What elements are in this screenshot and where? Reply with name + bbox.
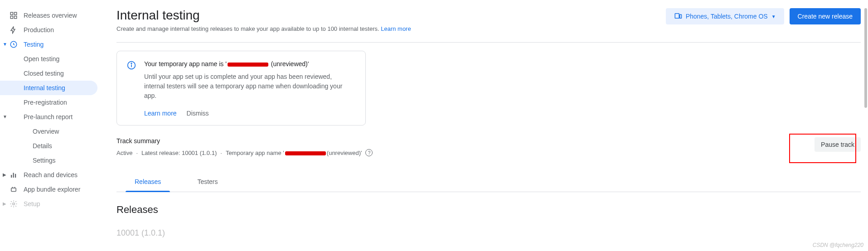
sidebar-item-reach-devices[interactable]: Reach and devices (0, 168, 97, 182)
sidebar-item-label: Internal testing (24, 84, 65, 92)
pause-track-button[interactable]: Pause track (815, 137, 861, 152)
help-icon[interactable]: ? (365, 149, 373, 156)
page-subtitle: Create and manage internal testing relea… (116, 25, 411, 32)
redacted-text (228, 63, 268, 67)
track-latest: Latest release: 10001 (1.0.1) (141, 150, 217, 156)
devices-icon (674, 12, 682, 21)
svg-rect-11 (679, 14, 681, 18)
bars-icon (9, 170, 18, 179)
release-version: 10001 (1.0.1) (116, 228, 861, 238)
sidebar-item-label: Settings (33, 157, 56, 164)
flask-icon (9, 40, 18, 49)
chevron-down-icon: ▼ (3, 42, 7, 47)
sidebar-item-prelaunch[interactable]: Pre-launch report (0, 110, 97, 124)
svg-rect-6 (13, 173, 14, 178)
sidebar-item-internal-testing[interactable]: Internal testing (0, 81, 97, 95)
info-body: Until your app set up is complete and yo… (144, 72, 344, 101)
svg-rect-5 (11, 175, 12, 178)
sidebar-item-label: Pre-launch report (24, 113, 73, 121)
chevron-right-icon: ▶ (3, 201, 6, 206)
sidebar-item-label: Setup (24, 200, 40, 208)
main-content: Internal testing Create and manage inter… (102, 0, 868, 251)
sidebar-item-closed-testing[interactable]: Closed testing (0, 66, 97, 81)
sidebar-item-settings[interactable]: Settings (0, 153, 97, 168)
sidebar-item-details[interactable]: Details (0, 139, 97, 153)
sidebar-item-overview[interactable]: Overview (0, 124, 97, 139)
info-learn-more-button[interactable]: Learn more (144, 110, 177, 117)
info-dismiss-button[interactable]: Dismiss (187, 110, 209, 117)
svg-rect-0 (10, 12, 13, 14)
android-icon (9, 185, 18, 194)
sidebar-item-testing[interactable]: Testing (0, 37, 97, 52)
sidebar-item-label: Testing (24, 41, 44, 48)
device-filter-button[interactable]: Phones, Tablets, Chrome OS ▼ (666, 8, 784, 24)
svg-rect-3 (15, 16, 17, 19)
sidebar-item-pre-registration[interactable]: Pre-registration (0, 95, 97, 110)
sidebar-item-label: Reach and devices (24, 171, 78, 179)
rocket-icon (9, 25, 18, 34)
scrollbar[interactable] (864, 8, 867, 108)
sidebar-item-production[interactable]: Production (0, 23, 97, 37)
tab-releases[interactable]: Releases (116, 172, 179, 192)
redacted-text (285, 151, 326, 155)
sidebar-item-label: Overview (33, 128, 59, 135)
svg-rect-1 (15, 12, 17, 14)
track-summary-heading: Track summary (116, 137, 373, 145)
svg-point-9 (13, 203, 15, 205)
learn-more-link[interactable]: Learn more (381, 25, 411, 32)
sidebar-item-app-bundle[interactable]: App bundle explorer (0, 182, 97, 197)
info-title: Your temporary app name is ' (unreviewed… (144, 60, 344, 68)
watermark: CSDN @fqcheng220 (813, 242, 863, 248)
chevron-down-icon: ▼ (771, 14, 776, 19)
sidebar-item-label: Closed testing (24, 70, 64, 77)
info-card: Your temporary app name is ' (unreviewed… (116, 51, 366, 126)
sidebar-item-open-testing[interactable]: Open testing (0, 52, 97, 66)
chevron-down-icon: ▼ (3, 114, 7, 119)
sidebar-item-label: Production (24, 26, 54, 34)
track-temp-name: Temporary app name '(unreviewed)' (226, 150, 362, 156)
create-release-button[interactable]: Create new release (790, 8, 861, 24)
sidebar-item-releases-overview[interactable]: Releases overview (0, 8, 97, 23)
svg-point-14 (131, 63, 132, 64)
track-status: Active (116, 150, 132, 156)
sidebar-item-label: App bundle explorer (24, 186, 80, 193)
track-summary-line: Active · Latest release: 10001 (1.0.1) ·… (116, 149, 373, 156)
sidebar-item-label: Pre-registration (24, 99, 67, 106)
sidebar-item-label: Releases overview (24, 12, 77, 19)
sidebar-item-label: Open testing (24, 55, 59, 63)
page-title: Internal testing (116, 8, 411, 23)
svg-rect-2 (10, 16, 13, 19)
sidebar: Releases overview Production ▼ Testing O… (0, 0, 102, 251)
svg-rect-8 (11, 188, 16, 192)
divider (116, 42, 861, 43)
dashboard-icon (9, 11, 18, 20)
svg-rect-10 (675, 13, 679, 18)
tabs: Releases Testers (116, 172, 861, 192)
sidebar-item-setup[interactable]: Setup (0, 197, 97, 211)
gear-icon (9, 199, 18, 208)
info-icon (127, 61, 136, 117)
chevron-right-icon: ▶ (3, 172, 6, 177)
releases-heading: Releases (116, 204, 861, 216)
tab-testers[interactable]: Testers (179, 172, 236, 192)
sidebar-item-label: Details (33, 142, 52, 150)
svg-rect-7 (15, 174, 16, 178)
